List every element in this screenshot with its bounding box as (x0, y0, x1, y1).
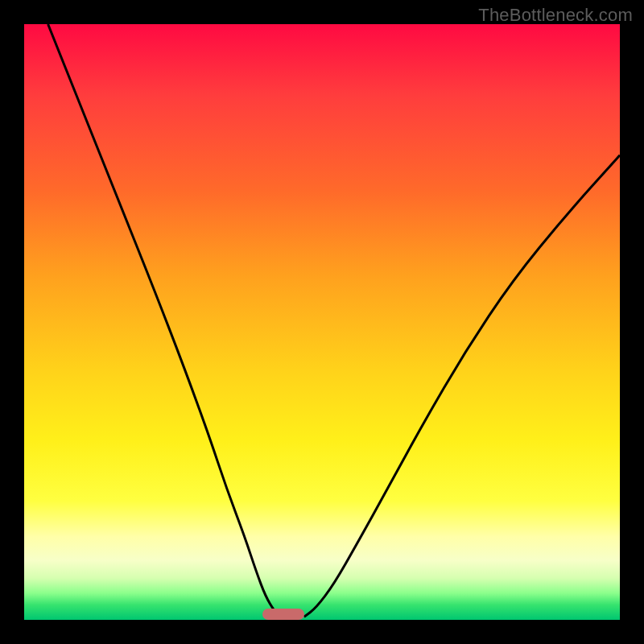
watermark-text: TheBottleneck.com (478, 5, 633, 26)
curve-left-branch (48, 24, 281, 617)
optimal-range-marker (262, 609, 304, 620)
curve-right-branch (304, 155, 620, 617)
bottleneck-curve (24, 24, 620, 620)
plot-area (24, 24, 620, 620)
